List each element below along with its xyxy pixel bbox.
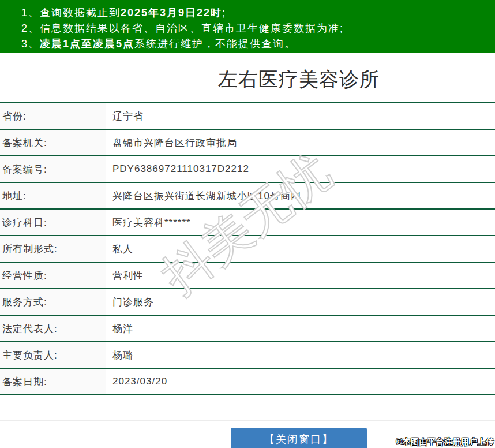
- table-row: 法定代表人:杨洋: [0, 315, 495, 342]
- row-label: 诊疗科目:: [0, 209, 106, 236]
- table-row: 备案日期:2023/03/20: [0, 368, 495, 395]
- row-value: 杨洋: [106, 315, 495, 342]
- bottom-divider: [0, 420, 495, 421]
- row-label: 备案编号:: [0, 156, 106, 182]
- table-row: 备案编号:PDY63869721110317D2212: [0, 156, 495, 182]
- row-value: 兴隆台区振兴街道长湖新城小区10号商网: [106, 182, 495, 209]
- upload-stamp: ©本图由平台注册用户上传: [396, 437, 494, 447]
- notice-banner: 1、查询数据截止到2025年3月9日22时;2、信息数据结果以各省、自治区、直辖…: [0, 0, 495, 53]
- notice-list: 1、查询数据截止到2025年3月9日22时;2、信息数据结果以各省、自治区、直辖…: [21, 5, 495, 52]
- row-label: 服务方式:: [0, 289, 106, 315]
- table-row: 地址:兴隆台区振兴街道长湖新城小区10号商网: [0, 182, 495, 209]
- notice-text-segment: 1、查询数据截止到: [21, 7, 121, 18]
- table-row: 经营性质:营利性: [0, 262, 495, 289]
- notice-line: 3、凌晨1点至凌晨5点系统进行维护，不能提供查询。: [21, 36, 495, 52]
- info-table-body: 省份:辽宁省备案机关:盘锦市兴隆台区行政审批局备案编号:PDY638697211…: [0, 103, 495, 395]
- row-value: 杨璐: [106, 342, 495, 368]
- notice-line: 2、信息数据结果以各省、自治区、直辖市卫生健康委数据为准;: [21, 21, 495, 36]
- table-row: 所有制形式:私人: [0, 236, 495, 262]
- row-label: 地址:: [0, 182, 106, 209]
- table-row: 省份:辽宁省: [0, 103, 495, 129]
- row-label: 备案日期:: [0, 368, 106, 395]
- table-row: 服务方式:门诊服务: [0, 289, 495, 315]
- row-value: 2023/03/20: [106, 368, 495, 395]
- notice-line: 1、查询数据截止到2025年3月9日22时;: [21, 5, 495, 21]
- row-label: 主要负责人:: [0, 342, 106, 368]
- close-window-button[interactable]: 【关闭窗口】: [231, 428, 367, 448]
- row-value: 营利性: [106, 262, 495, 289]
- notice-text-segment: 3、: [21, 38, 40, 50]
- row-value: 盘锦市兴隆台区行政审批局: [106, 129, 495, 156]
- page-title: 左右医疗美容诊所: [0, 67, 495, 91]
- table-row: 主要负责人:杨璐: [0, 342, 495, 368]
- info-table: 省份:辽宁省备案机关:盘锦市兴隆台区行政审批局备案编号:PDY638697211…: [0, 102, 495, 395]
- row-value: PDY63869721110317D2212: [106, 156, 495, 182]
- notice-text-segment: 凌晨1点至凌晨5点: [40, 38, 134, 50]
- table-row: 诊疗科目:医疗美容科******: [0, 209, 495, 236]
- row-value: 辽宁省: [106, 103, 495, 129]
- row-label: 备案机关:: [0, 129, 106, 156]
- row-label: 省份:: [0, 103, 106, 129]
- row-label: 所有制形式:: [0, 236, 106, 262]
- notice-text-segment: ;: [222, 7, 226, 18]
- table-row: 备案机关:盘锦市兴隆台区行政审批局: [0, 129, 495, 156]
- notice-text-segment: 系统进行维护，不能提供查询。: [134, 38, 296, 50]
- row-label: 法定代表人:: [0, 315, 106, 342]
- row-value: 门诊服务: [106, 289, 495, 315]
- page: 1、查询数据截止到2025年3月9日22时;2、信息数据结果以各省、自治区、直辖…: [0, 0, 495, 448]
- row-value: 医疗美容科******: [106, 209, 495, 236]
- row-value: 私人: [106, 236, 495, 262]
- notice-text-segment: 2、信息数据结果以各省、自治区、直辖市卫生健康委数据为准;: [21, 23, 344, 34]
- notice-text-segment: 2025年3月9日22时: [121, 7, 222, 18]
- row-label: 经营性质:: [0, 262, 106, 289]
